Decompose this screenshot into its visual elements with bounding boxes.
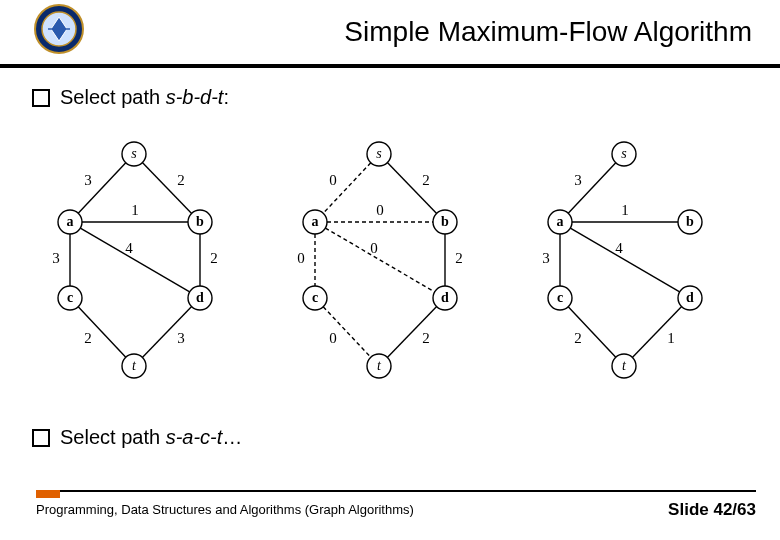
edge-weight-d-t: 2 (422, 330, 430, 346)
node-label-d: d (686, 290, 694, 305)
graph-1: 32132423sabcdt (52, 142, 218, 378)
edge-weight-s-a: 0 (329, 172, 337, 188)
edge-a-d (80, 228, 189, 292)
bullet-1-prefix: Select path (60, 86, 166, 108)
node-label-d: d (196, 290, 204, 305)
edge-a-d (570, 228, 679, 292)
edge-weight-s-b: 2 (422, 172, 430, 188)
edge-weight-c-t: 0 (329, 330, 337, 346)
bullet-box-icon (32, 89, 50, 107)
edge-weight-s-b: 2 (177, 172, 185, 188)
edge-weight-a-d: 4 (125, 240, 133, 256)
edge-weight-s-a: 3 (574, 172, 582, 188)
node-label-a: a (312, 214, 319, 229)
node-label-s: s (621, 146, 627, 161)
edge-weight-a-b: 0 (376, 202, 384, 218)
bullet-1-text: Select path s-b-d-t: (60, 86, 229, 109)
node-label-s: s (131, 146, 137, 161)
slide-header: Simple Maximum-Flow Algorithm (0, 0, 780, 68)
edge-weight-d-t: 3 (177, 330, 185, 346)
slide-footer: Programming, Data Structures and Algorit… (0, 490, 780, 540)
node-label-c: c (557, 290, 563, 305)
edge-weight-a-d: 4 (615, 240, 623, 256)
bullet-1-suffix: : (223, 86, 229, 108)
node-label-a: a (67, 214, 74, 229)
footer-divider (36, 490, 756, 492)
graph-figures: 32132423sabcdt02002002sabcdt313421sabcdt (24, 130, 760, 390)
node-label-s: s (376, 146, 382, 161)
footer-accent (36, 490, 60, 498)
edge-weight-a-b: 1 (621, 202, 629, 218)
edge-weight-a-d: 0 (370, 240, 378, 256)
bullet-2-suffix: … (222, 426, 242, 448)
bullet-2-path: s-a-c-t (166, 426, 223, 448)
bullet-2-text: Select path s-a-c-t… (60, 426, 242, 449)
edge-weight-b-d: 2 (455, 250, 463, 266)
edge-weight-d-t: 1 (667, 330, 675, 346)
edge-weight-a-c: 3 (52, 250, 60, 266)
node-label-d: d (441, 290, 449, 305)
slide-title: Simple Maximum-Flow Algorithm (344, 16, 752, 48)
edge-weight-c-t: 2 (574, 330, 582, 346)
edge-a-d (325, 228, 434, 292)
footer-course-label: Programming, Data Structures and Algorit… (36, 502, 414, 517)
edge-weight-s-a: 3 (84, 172, 92, 188)
node-label-b: b (686, 214, 694, 229)
edge-weight-c-t: 2 (84, 330, 92, 346)
edge-weight-a-c: 0 (297, 250, 305, 266)
node-label-a: a (557, 214, 564, 229)
node-label-b: b (441, 214, 449, 229)
graph-2: 02002002sabcdt (297, 142, 463, 378)
edge-weight-a-c: 3 (542, 250, 550, 266)
bullet-1-path: s-b-d-t (166, 86, 224, 108)
graph-3: 313421sabcdt (542, 142, 702, 378)
footer-slide-number: Slide 42/63 (668, 500, 756, 520)
bullet-2: Select path s-a-c-t… (32, 426, 242, 449)
bullet-1: Select path s-b-d-t: (32, 86, 229, 109)
node-label-c: c (312, 290, 318, 305)
institution-logo (34, 4, 84, 54)
edge-weight-b-d: 2 (210, 250, 218, 266)
bullet-2-prefix: Select path (60, 426, 166, 448)
edge-weight-a-b: 1 (131, 202, 139, 218)
bullet-box-icon (32, 429, 50, 447)
node-label-c: c (67, 290, 73, 305)
node-label-b: b (196, 214, 204, 229)
